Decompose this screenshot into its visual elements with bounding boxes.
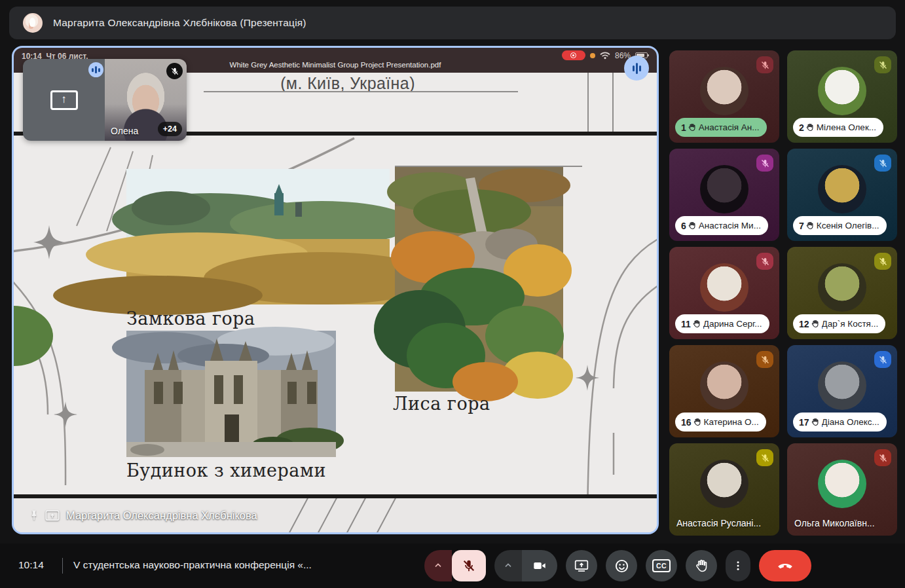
more-options-button[interactable]: [726, 550, 750, 581]
participant-avatar: [700, 67, 748, 115]
raised-hand-label: 16 Катерина О...: [675, 413, 766, 432]
camera-options-chevron[interactable]: [494, 550, 522, 581]
participant-name: Дарина Серг...: [703, 319, 762, 329]
hand-queue-number: 1: [681, 122, 686, 133]
slide-vline: [612, 73, 614, 133]
participant-name: Катерина О...: [704, 417, 759, 427]
participant-avatar: [818, 460, 866, 508]
divider: [62, 558, 63, 574]
wifi-icon: [600, 52, 610, 60]
raised-hand-label: 6 Анастасія Ми...: [675, 216, 768, 235]
mic-muted-badge: [874, 351, 891, 368]
mic-muted-badge: [874, 449, 891, 466]
caption-budynok: Будинок з химерами: [126, 460, 326, 481]
presenter-name: Маргарита Олександрівна Хлєбнікова: [66, 509, 257, 522]
meet-control-bar: 10:14 V студентська науково-практична ко…: [0, 543, 905, 588]
raised-hand-label: 17 Діана Олекс...: [793, 413, 887, 432]
raise-hand-button[interactable]: [686, 550, 717, 581]
meeting-clock: 10:14: [18, 559, 44, 571]
present-screen-icon: [50, 90, 78, 110]
participant-name: Анастасія Руслані...: [676, 518, 761, 528]
end-call-button[interactable]: [759, 550, 811, 581]
mic-muted-badge: [756, 155, 773, 172]
recording-indicator: [562, 50, 585, 60]
raised-hand-label: 2 Мілена Олек...: [793, 118, 883, 137]
participant-tile[interactable]: 1 Анастасія Ан...: [669, 50, 779, 143]
raised-hand-icon: [811, 418, 819, 426]
raised-hand-icon: [688, 221, 696, 230]
hand-queue-number: 6: [681, 221, 686, 231]
caption-lysa-hora: Лиса гора: [393, 394, 490, 414]
camera-thumbnail-olena[interactable]: Олена +24: [105, 59, 187, 141]
participant-name: Діана Олекс...: [822, 417, 879, 427]
raised-hand-icon: [811, 320, 819, 328]
present-button[interactable]: [566, 550, 597, 581]
captions-button[interactable]: CC: [646, 550, 677, 581]
mic-mute-button[interactable]: [452, 550, 486, 581]
caption-zamkova-hora: Замкова гора: [126, 308, 255, 329]
raised-hand-icon: [693, 418, 701, 426]
raised-hand-icon: [688, 123, 696, 132]
participant-name: Анастасія Ми...: [699, 221, 761, 230]
raised-hand-label: 1 Анастасія Ан...: [675, 118, 767, 137]
mic-muted-badge: [756, 253, 773, 270]
cc-icon: CC: [652, 559, 671, 572]
hand-queue-number: 16: [681, 417, 692, 428]
heading-rule: [204, 91, 518, 92]
slide-vline: [587, 73, 589, 133]
photo-budynok-z-khymeramy: [112, 327, 344, 457]
presentation-header: Маргарита Олександрівна Хлєбнікова (През…: [9, 7, 896, 39]
hand-queue-number: 2: [799, 122, 804, 133]
participant-tile[interactable]: 16 Катерина О...: [669, 345, 779, 437]
participant-tile[interactable]: Анастасія Руслані...: [669, 443, 779, 536]
participant-avatar: [818, 67, 866, 115]
participant-avatar: [818, 263, 866, 312]
camera-button[interactable]: [522, 550, 557, 581]
photo-zamkova-hora: [53, 169, 439, 315]
participant-name: Ксенія Олегів...: [817, 221, 879, 230]
presentation-title: Маргарита Олександрівна Хлєбнікова (През…: [53, 17, 306, 29]
reactions-button[interactable]: [606, 550, 637, 581]
participant-tile[interactable]: 12 Дар`я Костя...: [787, 247, 897, 339]
meeting-title: V студентська науково-практична конферен…: [73, 559, 312, 571]
screen-share-thumbnail[interactable]: [23, 59, 105, 141]
mic-muted-badge: [874, 155, 891, 172]
participant-tile[interactable]: Ольга Миколаївн...: [787, 443, 897, 536]
share-audio-indicator: [624, 56, 649, 81]
mic-in-use-dot: [590, 53, 595, 58]
shared-screen[interactable]: 10:14 Чт 06 лист. White Grey Aesthetic M…: [12, 46, 659, 534]
raised-hand-icon: [805, 123, 814, 132]
mic-muted-badge: [756, 449, 773, 466]
presenting-icon: [45, 509, 60, 521]
pin-icon[interactable]: [28, 509, 40, 521]
raised-hand-label: 11 Дарина Серг...: [675, 314, 769, 333]
participant-tile[interactable]: 6 Анастасія Ми...: [669, 149, 779, 241]
presenter-name-bar: Маргарита Олександрівна Хлєбнікова: [14, 498, 657, 532]
self-thumbnails[interactable]: Олена +24: [23, 59, 187, 141]
participant-avatar: [700, 263, 748, 312]
raised-hand-icon: [805, 221, 814, 230]
presenter-avatar: [23, 13, 43, 33]
raised-hand-label: 7 Ксенія Олегів...: [793, 216, 887, 235]
participant-tile[interactable]: 17 Діана Олекс...: [787, 345, 897, 437]
mic-control-group: [424, 550, 486, 581]
mic-muted-badge: [756, 56, 773, 73]
raised-hand-label: 12 Дар`я Костя...: [793, 314, 885, 333]
participant-avatar: [700, 361, 748, 410]
hand-queue-number: 11: [681, 319, 691, 329]
participant-tile[interactable]: 11 Дарина Серг...: [669, 247, 779, 339]
hand-queue-number: 12: [799, 319, 809, 329]
more-participants-badge[interactable]: +24: [158, 122, 182, 136]
hand-queue-number: 7: [799, 221, 804, 231]
slide-heading: (м. Київ, Україна): [164, 74, 531, 93]
participant-tile[interactable]: 2 Мілена Олек...: [787, 50, 897, 143]
participant-tile[interactable]: 7 Ксенія Олегів...: [787, 149, 897, 241]
participant-avatar: [700, 165, 748, 213]
participant-avatar: [818, 361, 866, 410]
mic-options-chevron[interactable]: [424, 550, 452, 581]
camera-control-group: [494, 550, 557, 581]
participant-name: Ольга Миколаївн...: [794, 518, 875, 528]
participants-grid: 1 Анастасія Ан... 2 Мілена Олек... 6 Ана…: [669, 50, 897, 536]
mic-muted-badge: [874, 56, 891, 73]
mic-muted-badge: [874, 253, 891, 270]
